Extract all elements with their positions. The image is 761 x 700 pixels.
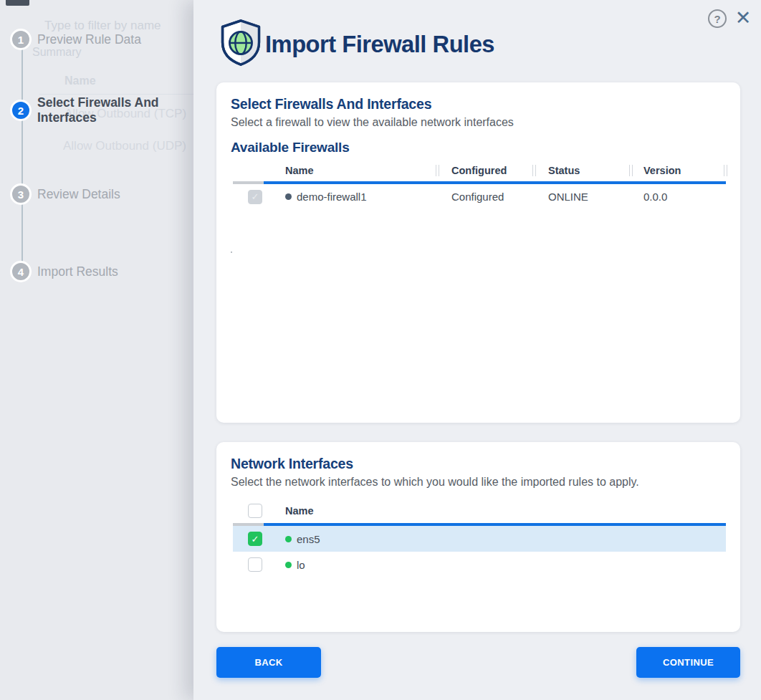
step-3-review-details[interactable]: 3 Review Details [10,183,175,205]
interfaces-table-header: Name [233,499,726,523]
firewalls-card-subtitle: Select a firewall to view the available … [231,116,726,129]
interface-name: ens5 [297,533,320,545]
step-3-number: 3 [18,188,24,201]
column-header-configured: Configured [437,165,534,176]
row-checkbox-cell: ✓ [233,190,263,204]
step-1-preview-rule-data[interactable]: 1 Preview Rule Data [10,29,175,50]
question-mark-icon: ? [714,13,720,25]
checkbox-check-icon: ✓ [252,192,259,201]
firewall-row-demo-firewall1[interactable]: ✓ demo-firewall1 Configured ONLINE 0.0.0 [233,184,726,209]
background-rule-row-udp: Allow Outbound (UDP) [63,139,186,153]
column-header-version: Version [631,165,726,176]
firewall-name: demo-firewall1 [297,191,367,203]
step-2-label: Select Firewalls And Interfaces [37,95,175,125]
firewall-checkbox[interactable]: ✓ [248,190,262,204]
checkbox-check-icon: ✓ [252,534,259,544]
step-4-number: 4 [18,266,24,278]
wizard-stepper-rail: Type to filter by name Summary Name Allo… [0,0,193,700]
step-2-number: 2 [18,105,24,117]
import-firewall-rules-panel: Import Firewall Rules ? ✕ Select Firewal… [193,0,761,700]
step-3-indicator: 3 [10,183,32,205]
background-name-column-header: Name [64,75,96,87]
row-checkbox-cell [233,557,263,572]
step-4-label: Import Results [37,264,175,279]
select-all-checkbox[interactable] [248,504,262,518]
interface-name: lo [297,559,305,571]
row-checkbox-cell: ✓ [233,532,263,546]
step-1-number: 1 [18,34,24,46]
step-4-indicator: 4 [10,261,32,282]
stepper-connector-line [21,41,23,273]
status-dot-green-icon [285,562,292,568]
interfaces-card: Network Interfaces Select the network in… [216,442,740,632]
column-resize-handle[interactable] [724,165,727,176]
step-2-indicator: 2 [10,100,32,121]
step-4-import-results[interactable]: 4 Import Results [10,261,175,282]
background-divider-line [39,94,193,95]
firewall-status: ONLINE [534,191,631,203]
status-dot-green-icon [285,536,292,542]
close-icon: ✕ [735,6,752,29]
interface-name-cell: lo [263,559,726,571]
firewall-name-cell: demo-firewall1 [263,191,437,203]
step-3-label: Review Details [37,187,175,202]
status-dot-gray-icon [285,193,292,200]
interface-row-lo[interactable]: lo [233,552,726,577]
column-resize-handle[interactable] [532,165,536,176]
shield-globe-icon [219,19,263,66]
interface-checkbox-ens5[interactable]: ✓ [248,532,262,546]
column-header-name: Name [263,165,437,176]
help-button[interactable]: ? [708,9,727,28]
interface-name-cell: ens5 [263,533,726,545]
firewalls-card-title: Select Firewalls And Interfaces [231,96,726,112]
interfaces-card-title: Network Interfaces [231,456,726,472]
step-1-label: Preview Rule Data [37,32,175,47]
close-button[interactable]: ✕ [732,6,754,30]
continue-button[interactable]: CONTINUE [636,647,740,678]
modal-header: Import Firewall Rules ? ✕ [193,0,761,82]
column-resize-handle[interactable] [629,165,633,176]
column-resize-handle[interactable] [436,165,439,176]
firewalls-card: Select Firewalls And Interfaces Select a… [216,82,740,423]
background-fragment [6,0,29,6]
firewall-version: 0.0.0 [631,191,726,203]
stray-dot-artifact [231,251,232,253]
column-header-status: Status [534,165,631,176]
firewalls-table-header: Name Configured Status Version [233,160,726,181]
header-checkbox-cell [233,504,263,518]
network-interfaces-table: Name ✓ ens5 [233,499,726,577]
step-1-indicator: 1 [10,29,32,50]
interface-row-ens5[interactable]: ✓ ens5 [233,526,726,552]
column-header-name: Name [263,505,726,517]
available-firewalls-table: Name Configured Status Version ✓ [233,160,726,209]
interfaces-card-subtitle: Select the network interfaces to which y… [231,476,726,489]
page-title: Import Firewall Rules [265,30,494,58]
step-2-select-firewalls[interactable]: 2 Select Firewalls And Interfaces [10,95,175,125]
firewall-configured: Configured [437,191,534,203]
available-firewalls-heading: Available Firewalls [231,140,726,155]
interface-checkbox-lo[interactable] [248,557,262,572]
back-button[interactable]: BACK [216,647,321,678]
